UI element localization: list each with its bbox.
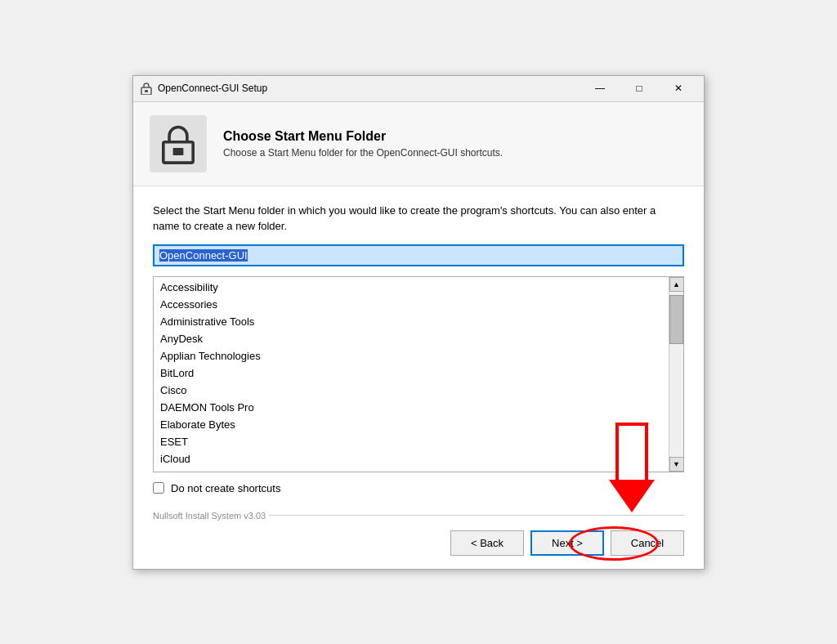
title-bar-controls: — □ ✕ (581, 75, 697, 101)
list-item[interactable]: AnyDesk (154, 330, 669, 347)
title-bar-icon (140, 82, 153, 95)
scroll-down-arrow[interactable]: ▼ (669, 457, 684, 472)
title-bar: OpenConnect-GUI Setup — □ ✕ (133, 76, 704, 102)
arrow-annotation (609, 423, 655, 512)
header-panel: Choose Start Menu Folder Choose a Start … (133, 102, 704, 186)
header-subtitle: Choose a Start Menu folder for the OpenC… (223, 147, 503, 159)
close-button[interactable]: ✕ (660, 75, 697, 101)
list-item[interactable]: iCloud (154, 450, 669, 467)
title-bar-title: OpenConnect-GUI Setup (158, 83, 581, 94)
scroll-up-arrow[interactable]: ▲ (669, 277, 684, 292)
cancel-button[interactable]: Cancel (611, 530, 684, 556)
minimize-button[interactable]: — (581, 75, 619, 101)
arrow-shaft (615, 423, 648, 480)
header-title: Choose Start Menu Folder (223, 129, 503, 144)
back-button[interactable]: < Back (450, 530, 524, 556)
list-item[interactable]: Administrative Tools (154, 313, 669, 330)
svg-rect-1 (145, 90, 148, 92)
maximize-button[interactable]: □ (620, 75, 658, 101)
list-item[interactable]: ESET (154, 433, 669, 450)
nsis-text: Nullsoft Install System v3.03 (153, 511, 684, 521)
scroll-thumb[interactable] (669, 295, 683, 344)
list-item[interactable]: Accessibility (154, 279, 669, 296)
scrollbar[interactable]: ▲ ▼ (669, 277, 683, 472)
folder-list: AccessibilityAccessoriesAdministrative T… (154, 277, 669, 472)
list-item[interactable]: Elaborate Bytes (154, 416, 669, 433)
svg-rect-3 (173, 148, 184, 155)
list-item[interactable]: Accessories (154, 296, 669, 313)
button-row: < Back Next > Cancel (133, 521, 704, 569)
list-item[interactable]: DAEMON Tools Pro (154, 399, 669, 416)
list-item[interactable]: Applian Technologies (154, 347, 669, 364)
list-item[interactable]: Cisco (154, 382, 669, 399)
next-button[interactable]: Next > (530, 530, 604, 556)
nsis-line (269, 515, 684, 516)
folder-name-input[interactable] (153, 244, 684, 266)
arrow-head (609, 480, 655, 512)
setup-window: OpenConnect-GUI Setup — □ ✕ Choose Start… (132, 75, 705, 570)
lock-icon (150, 115, 207, 172)
scroll-thumb-area (669, 292, 683, 457)
folder-list-container: AccessibilityAccessoriesAdministrative T… (153, 276, 684, 472)
checkbox-row: Do not create shortcuts (153, 482, 684, 494)
no-shortcuts-label[interactable]: Do not create shortcuts (171, 482, 280, 494)
list-item[interactable]: BitLord (154, 364, 669, 382)
no-shortcuts-checkbox[interactable] (153, 482, 164, 494)
header-text: Choose Start Menu Folder Choose a Start … (223, 129, 503, 159)
description-text: Select the Start Menu folder in which yo… (153, 203, 684, 235)
